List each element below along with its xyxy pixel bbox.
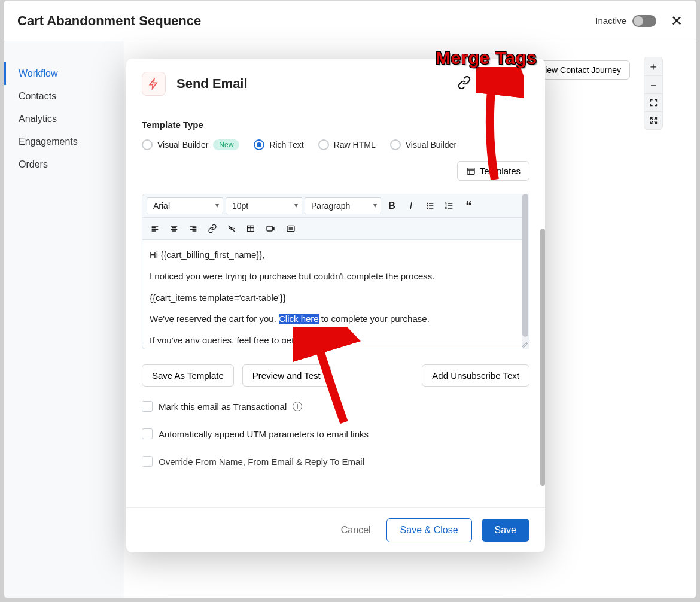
- editor-toolbar-row-1: Arial 10pt Paragraph B I 123 ❝: [142, 194, 529, 218]
- svg-rect-0: [467, 168, 474, 174]
- checkbox-icon: [142, 401, 153, 412]
- radio-rich-text[interactable]: Rich Text: [254, 139, 303, 150]
- cancel-button[interactable]: Cancel: [335, 520, 377, 540]
- radio-icon: [142, 139, 153, 150]
- editor-content[interactable]: Hi {{cart_billing_first_name}}, I notice…: [142, 240, 529, 343]
- close-icon[interactable]: ✕: [671, 13, 683, 29]
- save-close-button[interactable]: Save & Close: [386, 518, 472, 542]
- source-code-button[interactable]: [282, 221, 300, 236]
- svg-point-3: [427, 208, 428, 208]
- templates-button-label: Templates: [480, 166, 521, 176]
- radio-icon: [390, 139, 401, 150]
- send-email-modal: Send Email {{‥}} ✕ Template Type Visual …: [126, 59, 545, 552]
- block-format-select[interactable]: Paragraph: [305, 197, 381, 214]
- radio-label: Rich Text: [269, 140, 303, 150]
- svg-point-1: [427, 203, 428, 203]
- font-family-select[interactable]: Arial: [147, 197, 223, 214]
- save-button[interactable]: Save: [482, 519, 529, 542]
- fullscreen-button[interactable]: [644, 111, 662, 129]
- modal-body: Template Type Visual Builder New Rich Te…: [126, 103, 545, 507]
- checkbox-label: Override From Name, From Email & Reply T…: [159, 457, 364, 467]
- utm-checkbox-row[interactable]: Automatically append UTM parameters to e…: [142, 428, 529, 439]
- editor-line: I noticed you were trying to purchase bu…: [150, 270, 522, 283]
- annotation-label: Merge Tags: [436, 48, 537, 68]
- page-title: Cart Abandonment Sequence: [17, 13, 595, 29]
- merge-tags-icon[interactable]: {{‥}}: [482, 77, 502, 90]
- radio-visual-builder-new[interactable]: Visual Builder New: [142, 139, 239, 150]
- template-type-radio-group: Visual Builder New Rich Text Raw HTML Vi…: [142, 139, 529, 150]
- modal-scrollbar[interactable]: [540, 229, 545, 486]
- align-center-button[interactable]: [166, 221, 182, 236]
- view-contact-journey-button[interactable]: View Contact Journey: [531, 60, 630, 80]
- media-button[interactable]: [261, 221, 279, 236]
- new-badge: New: [213, 139, 239, 150]
- transactional-checkbox-row[interactable]: Mark this email as Transactional i: [142, 401, 529, 412]
- editor-scrollbar[interactable]: [522, 240, 529, 343]
- checkbox-label: Automatically append UTM parameters to e…: [159, 429, 369, 439]
- link-icon[interactable]: [454, 76, 474, 92]
- sidebar-item-engagements[interactable]: Engagements: [4, 130, 124, 153]
- checkbox-label: Mark this email as Transactional: [159, 402, 287, 412]
- numbered-list-button[interactable]: 123: [441, 198, 458, 214]
- active-toggle[interactable]: [632, 15, 656, 27]
- radio-label: Raw HTML: [334, 140, 376, 150]
- sidebar-item-orders[interactable]: Orders: [4, 153, 124, 176]
- radio-icon: [318, 139, 329, 150]
- checkbox-icon: [142, 456, 153, 467]
- align-left-button[interactable]: [147, 221, 163, 236]
- save-as-template-button[interactable]: Save As Template: [142, 364, 234, 387]
- modal-close-icon[interactable]: ✕: [509, 77, 529, 91]
- sidebar-item-analytics[interactable]: Analytics: [4, 108, 124, 130]
- sidebar-item-contacts[interactable]: Contacts: [4, 85, 124, 108]
- editor-toolbar-row-2: [142, 218, 529, 240]
- radio-raw-html[interactable]: Raw HTML: [318, 139, 376, 150]
- editor-resize-handle[interactable]: [142, 343, 529, 349]
- insert-link-button[interactable]: [204, 221, 221, 236]
- svg-point-2: [427, 205, 428, 206]
- blockquote-button[interactable]: ❝: [460, 198, 477, 214]
- italic-button[interactable]: I: [403, 198, 419, 214]
- radio-icon: [254, 139, 264, 150]
- sidebar: Workflow Contacts Analytics Engagements …: [4, 41, 124, 598]
- radio-label: Visual Builder: [406, 140, 456, 150]
- templates-icon: [466, 166, 476, 176]
- editor-actions: Save As Template Preview and Test Add Un…: [142, 364, 529, 387]
- top-bar: Cart Abandonment Sequence Inactive ✕: [4, 1, 696, 41]
- svg-rect-8: [267, 226, 272, 231]
- radio-label: Visual Builder: [157, 140, 208, 150]
- modal-title: Send Email: [176, 76, 454, 92]
- font-size-select[interactable]: 10pt: [226, 197, 302, 214]
- sidebar-item-workflow[interactable]: Workflow: [4, 62, 124, 85]
- insert-table-button[interactable]: [242, 221, 259, 236]
- selected-text: Click here: [279, 314, 319, 324]
- align-right-button[interactable]: [185, 221, 202, 236]
- fit-screen-button[interactable]: [644, 93, 662, 111]
- zoom-out-button[interactable]: －: [644, 75, 662, 93]
- info-icon[interactable]: i: [293, 402, 302, 411]
- override-checkbox-row[interactable]: Override From Name, From Email & Reply T…: [142, 456, 529, 467]
- bold-button[interactable]: B: [384, 198, 400, 214]
- editor-line: {{cart_items template='cart-table'}}: [150, 291, 522, 305]
- bolt-icon: [142, 72, 166, 96]
- template-type-label: Template Type: [142, 120, 529, 130]
- unlink-button[interactable]: [223, 221, 240, 236]
- modal-footer: Cancel Save & Close Save: [126, 507, 545, 552]
- preview-and-test-button[interactable]: Preview and Test: [242, 364, 331, 387]
- zoom-panel: ＋ －: [644, 57, 663, 130]
- add-unsubscribe-button[interactable]: Add Unsubscribe Text: [422, 364, 529, 387]
- bullet-list-button[interactable]: [422, 198, 439, 214]
- templates-button[interactable]: Templates: [457, 161, 529, 181]
- svg-text:3: 3: [445, 206, 447, 209]
- editor-line: We've reserved the cart for you. Click h…: [150, 312, 522, 326]
- zoom-in-button[interactable]: ＋: [644, 57, 662, 75]
- rich-text-editor: Arial 10pt Paragraph B I 123 ❝: [142, 194, 529, 349]
- checkbox-icon: [142, 428, 153, 439]
- editor-line: Hi {{cart_billing_first_name}},: [150, 248, 522, 262]
- radio-visual-builder[interactable]: Visual Builder: [390, 139, 456, 150]
- status-text: Inactive: [595, 16, 626, 26]
- editor-line: If you've any queries, feel free to get …: [150, 334, 522, 343]
